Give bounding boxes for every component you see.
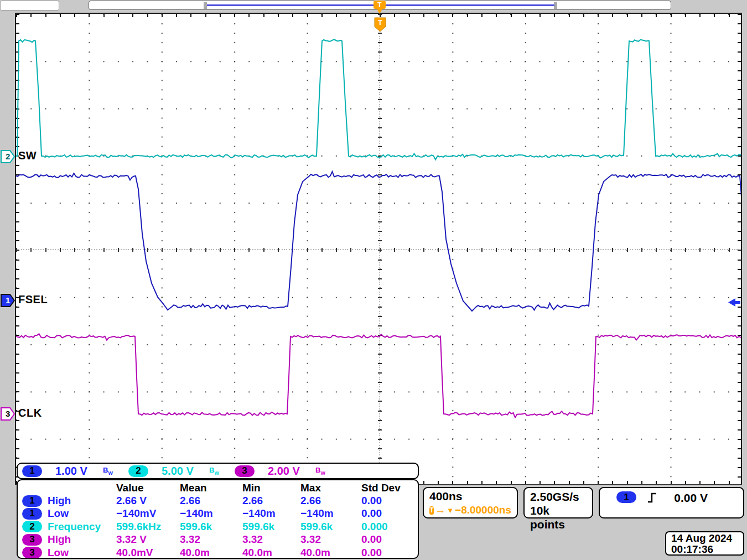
measurement-value: −140m [242,507,300,520]
channel-scale-group-2: 25.00 VBW [128,465,235,478]
measurement-row: 3Low40.0mV40.0m40.0m40.0m0.00 [18,546,418,559]
time-value: 00:17:36 [671,544,738,555]
acq-bar-left-segment [0,1,59,11]
measurement-value: 599.6k [242,521,300,533]
measurement-value: 40.0m [180,547,242,559]
measurement-row: 1Low−140mV−140m−140m−140m0.00 [18,507,418,520]
channel-scale-bar: 11.00 VBW25.00 VBW32.00 VBW [17,463,419,479]
trace-sw [16,40,742,160]
wave-label-clk: CLK [18,407,42,419]
sample-rate: 2.50GS/s [530,490,587,504]
trigger-position-badge[interactable]: T [374,1,386,9]
channel1-position-marker[interactable]: 1 [1,294,15,307]
channel-scale-value: 2.00 V [268,465,311,478]
trace-fsel [16,172,742,311]
channel-badge: 3 [235,465,255,477]
channel3-position-marker[interactable]: 3 [1,407,15,421]
bandwidth-limit-icon: BW [209,466,219,476]
measurement-name: Frequency [48,521,101,533]
measurement-value: 2.66 [242,495,300,507]
measurement-value: 40.0m [242,547,300,559]
channel-badge: 3 [22,534,42,546]
measurement-column-header: Max [300,482,361,494]
trigger-mini-badge: T [429,506,434,515]
measurement-value: 0.00 [361,507,418,520]
waveform-canvas [16,14,742,485]
trigger-readout: 1 0.00 V [599,487,744,518]
measurement-row: 3High3.32 V3.323.323.320.00 [18,533,418,546]
trigger-level-value: 0.00 V [674,491,708,505]
measurement-value: 599.6kHz [116,521,180,533]
channel-scale-value: 1.00 V [55,465,98,478]
measurement-value: 3.32 [242,533,300,546]
trigger-position-readout: T→▼−8.00000ns [429,504,511,516]
measurement-name: High [48,495,71,507]
channel1-marker-number: 1 [6,295,10,305]
trigger-level-arrow[interactable] [728,298,740,307]
measurement-row: 2Frequency599.6kHz599.6k599.6k599.6k0.00… [18,520,418,533]
channel-scale-value: 5.00 V [162,465,205,478]
measurement-value: 599.6k [180,521,242,533]
trigger-flag-letter: T [378,18,382,27]
bandwidth-limit-icon: BW [103,466,113,476]
measurement-value: 2.66 [300,495,361,507]
measurement-value: 0.00 [361,547,418,559]
oscilloscope-screen: { "colors": { "ch1_trace": "#1a1ab8", "c… [0,0,747,560]
measurement-row: 1High2.66 V2.662.662.660.00 [18,494,418,507]
graticule: T SW FSEL CLK [15,13,742,485]
measurement-value: 0.000 [361,521,418,533]
wave-label-fsel: FSEL [18,293,48,306]
datetime-readout: 14 Aug 2024 00:17:36 [665,531,744,556]
measurement-value: 2.66 [180,495,242,507]
measurement-value: 0.00 [361,495,418,507]
measurement-value: 0.00 [361,533,418,546]
acquisition-readout: 2.50GS/s 10k points [523,487,593,518]
channel-badge: 2 [128,465,148,477]
measurement-table: ValueMeanMinMaxStd Dev 1High2.66 V2.662.… [17,479,419,559]
measurement-column-header: Min [242,482,300,494]
channel-badge: 1 [22,508,42,520]
horizontal-readout: 400ns T→▼−8.00000ns [423,487,518,518]
measurement-value: −140m [180,507,242,520]
trigger-source-badge: 1 [616,491,636,503]
channel-scale-group-3: 32.00 VBW [235,465,341,478]
rising-edge-icon [647,492,657,503]
channel-badge: 2 [22,521,42,532]
measurement-name: Low [48,507,69,520]
measurement-value: 40.0mV [116,547,180,559]
measurement-name: High [48,533,71,546]
measurement-value: 3.32 V [116,533,180,546]
measurement-column-header: Value [116,482,180,494]
measurement-value: 3.32 [180,533,242,546]
trigger-tri-glyph: ▼ [447,506,454,515]
channel2-position-marker[interactable]: 2 [1,150,15,163]
measurement-column-header: Mean [180,482,242,494]
measurement-column-header: Std Dev [361,482,418,494]
trigger-position-arrow-icon [377,9,382,14]
measurement-header-row: ValueMeanMinMaxStd Dev [18,481,418,494]
bandwidth-limit-icon: BW [315,466,325,476]
channel-badge: 3 [22,547,42,558]
measurement-value: 2.66 V [116,495,180,507]
trace-clk [16,334,742,417]
measurement-value: −140m [300,507,361,520]
record-length: 10k points [530,504,587,531]
wave-label-sw: SW [18,149,37,162]
timebase-value: 400ns [429,490,511,503]
trigger-time-flag[interactable]: T [374,17,386,32]
measurement-value: −140mV [116,507,180,520]
trigger-position-value: −8.00000ns [455,504,511,516]
measurement-value: 3.32 [300,533,361,546]
channel-badge: 1 [22,495,42,507]
measurement-value: 599.6k [300,521,361,533]
measurement-name: Low [48,547,69,559]
channel3-marker-number: 3 [6,409,10,418]
date-value: 14 Aug 2024 [671,533,738,544]
measurement-value: 40.0m [300,547,361,559]
trigger-arrow-glyph: → [435,504,445,516]
channel2-marker-number: 2 [6,152,10,161]
channel-scale-group-1: 11.00 VBW [22,465,128,478]
channel-badge: 1 [22,465,42,477]
